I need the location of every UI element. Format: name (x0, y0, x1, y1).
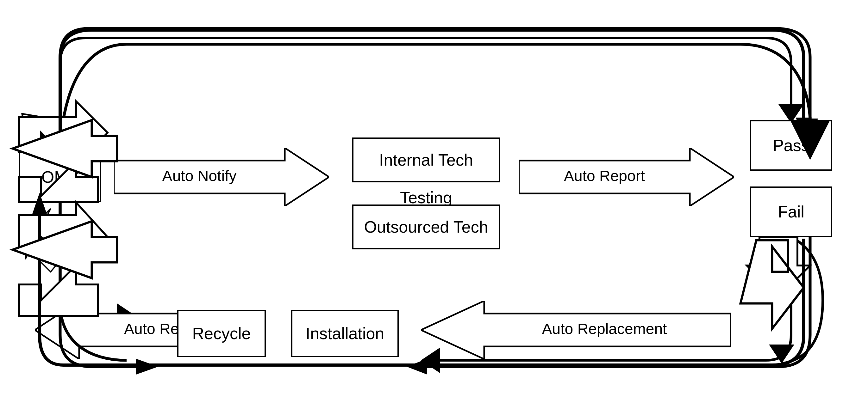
final-flow-svg (0, 0, 868, 415)
svg-marker-22 (32, 193, 48, 216)
svg-marker-23 (13, 120, 117, 177)
svg-marker-25 (741, 240, 804, 329)
diagram-container: OMS Auto Notify Internal Tech Testing Ou… (0, 0, 868, 415)
svg-marker-24 (13, 221, 117, 278)
svg-marker-21 (796, 117, 812, 141)
